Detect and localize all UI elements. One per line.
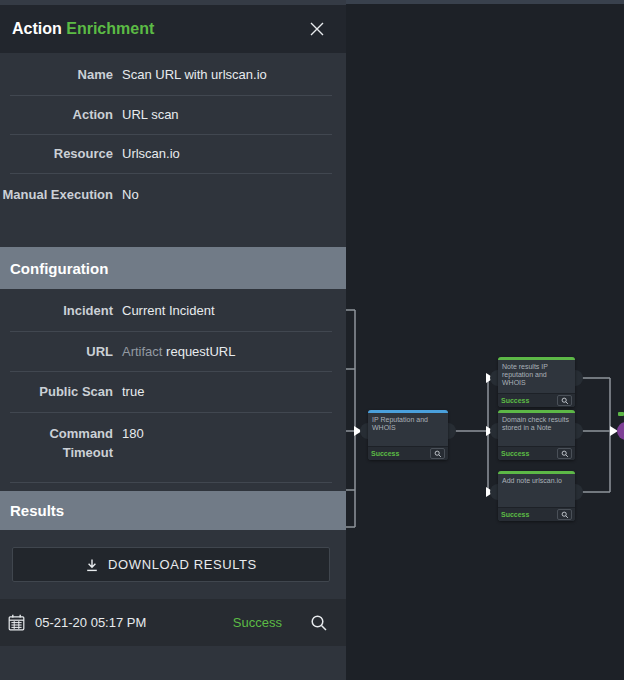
node-title: Add note urlscan.io xyxy=(498,474,575,507)
node-title: IP Reputation and WHOIS xyxy=(368,413,448,446)
node-status-badge: Success xyxy=(501,511,529,518)
node-magnifier-icon[interactable] xyxy=(430,448,445,459)
field-row-command-timeout: Command Timeout 180 xyxy=(0,412,346,482)
node-status-badge: Success xyxy=(501,397,529,404)
workflow-node-add-note[interactable]: Add note urlscan.io Success xyxy=(498,471,575,521)
close-icon[interactable] xyxy=(306,18,328,40)
workflow-edges xyxy=(346,0,624,680)
action-detail-panel: Action Enrichment Name Scan URL with url… xyxy=(0,0,346,680)
panel-title-prefix: Action xyxy=(12,20,62,37)
field-label: Incident xyxy=(0,301,113,320)
field-row-action: Action URL scan xyxy=(0,95,346,134)
field-value: Scan URL with urlscan.io xyxy=(122,65,267,84)
node-status-badge: Success xyxy=(501,450,529,457)
field-value: URL scan xyxy=(122,105,179,124)
workflow-node-ip-reputation[interactable]: IP Reputation and WHOIS Success xyxy=(368,410,448,460)
workflow-node-note-results[interactable]: Note results IP reputation and WHOIS Suc… xyxy=(498,357,575,407)
field-value-prefix: Artifact xyxy=(122,344,162,359)
field-value-main: requestURL xyxy=(166,344,235,359)
result-entry-row[interactable]: 05-21-20 05:17 PM Success xyxy=(0,599,346,646)
node-status-badge: Success xyxy=(371,450,399,457)
calendar-icon xyxy=(8,614,25,631)
field-value: Artifact requestURL xyxy=(122,342,235,361)
download-icon xyxy=(85,558,99,572)
field-label: Resource xyxy=(0,144,113,163)
node-title: Domain check results stored in a Note xyxy=(498,413,575,446)
field-label: Public Scan xyxy=(0,382,113,401)
field-label: Command Timeout xyxy=(0,424,113,462)
node-magnifier-icon[interactable] xyxy=(557,448,572,459)
field-row-url: URL Artifact requestURL xyxy=(0,331,346,371)
field-value: Current Incident xyxy=(122,301,215,320)
field-row-public-scan: Public Scan true xyxy=(0,371,346,412)
app-window: IP Reputation and WHOIS Success Note res… xyxy=(0,0,624,680)
node-magnifier-icon[interactable] xyxy=(557,395,572,406)
field-row-resource: Resource Urlscan.io xyxy=(0,134,346,173)
section-header-results: Results xyxy=(0,491,346,530)
field-label: Manual Execution xyxy=(0,185,113,204)
result-magnifier-icon[interactable] xyxy=(310,614,328,632)
download-button-label: DOWNLOAD RESULTS xyxy=(108,557,257,572)
field-value: 180 xyxy=(122,424,144,443)
divider xyxy=(0,482,346,483)
section-header-configuration: Configuration xyxy=(0,247,346,289)
field-row-name: Name Scan URL with urlscan.io xyxy=(0,53,346,95)
end-node-port xyxy=(617,422,624,440)
panel-title-highlight: Enrichment xyxy=(66,20,154,37)
result-timestamp: 05-21-20 05:17 PM xyxy=(35,615,146,630)
field-row-manual-execution: Manual Execution No xyxy=(0,173,346,247)
field-value: No xyxy=(122,185,139,204)
field-label: Name xyxy=(0,65,113,84)
download-results-button[interactable]: DOWNLOAD RESULTS xyxy=(12,547,330,582)
field-value: Urlscan.io xyxy=(122,144,180,163)
panel-header: Action Enrichment xyxy=(0,5,346,53)
field-label: Action xyxy=(0,105,113,124)
field-label: URL xyxy=(0,342,113,361)
field-row-incident: Incident Current Incident xyxy=(0,289,346,331)
field-value: true xyxy=(122,382,144,401)
offscreen-node-bar xyxy=(618,412,624,416)
result-status-badge: Success xyxy=(233,615,282,630)
panel-title: Action Enrichment xyxy=(12,20,154,38)
node-magnifier-icon[interactable] xyxy=(557,509,572,520)
workflow-node-domain-check[interactable]: Domain check results stored in a Note Su… xyxy=(498,410,575,460)
workflow-canvas[interactable]: IP Reputation and WHOIS Success Note res… xyxy=(346,0,624,680)
node-title: Note results IP reputation and WHOIS xyxy=(498,360,575,393)
